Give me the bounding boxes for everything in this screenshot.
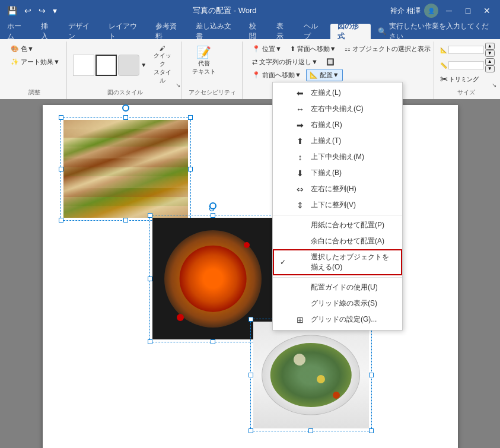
size-controls: 📐 ▲ ▼ 📏 ▲ ▼ ✂ トリミング	[440, 43, 495, 87]
handle-salad-tl[interactable]	[249, 317, 253, 322]
arrange-row2: ⇄ 文字列の折り返し▼ 🔲	[249, 56, 434, 68]
send-back-button[interactable]: ⬆ 背面へ移動▼	[286, 43, 340, 55]
text-wrap-button[interactable]: ⇄ 文字列の折り返し▼	[249, 56, 321, 68]
handle-salad-br[interactable]	[369, 428, 374, 433]
width-down-btn[interactable]: ▼	[485, 65, 495, 72]
handle-sandwich-tm[interactable]	[123, 115, 128, 120]
menu-item-distribute-h[interactable]: ⇔ 左右に整列(H)	[273, 181, 402, 197]
handle-sandwich-bl[interactable]	[59, 218, 63, 223]
handle-pizza-tl[interactable]	[148, 213, 152, 218]
rotate-handle-sandwich[interactable]	[122, 104, 129, 112]
size-corner-btn[interactable]: ↘	[492, 82, 496, 88]
select-pane-button[interactable]: ⚏ オブジェクトの選択と表示	[341, 43, 434, 55]
label-align-center-v: 上下中央揃え(M)	[311, 152, 364, 162]
rotate-handle-pizza[interactable]	[209, 202, 216, 209]
handle-salad-bl[interactable]	[249, 428, 253, 433]
height-down-btn[interactable]: ▼	[485, 50, 495, 57]
menu-item-align-selected[interactable]: ✓ 選択したオブジェクトを揃える(O)	[273, 249, 402, 275]
label-show-grid: グリッド線の表示(S)	[311, 298, 377, 309]
handle-salad-mr[interactable]	[369, 373, 374, 377]
height-up-btn[interactable]: ▲	[485, 43, 495, 50]
tab-mailings[interactable]: 差し込み文書	[189, 24, 242, 39]
menu-item-align-center-v[interactable]: ↕ 上下中央揃え(M)	[273, 149, 402, 165]
menu-item-distribute-v[interactable]: ⇕ 上下に整列(V)	[273, 197, 402, 213]
alt-text-btn[interactable]: 📝 代替テキスト	[188, 43, 220, 78]
size-width-row: 📏 ▲ ▼	[440, 58, 495, 72]
size-height-input[interactable]	[448, 46, 484, 54]
crop-icon: ✂	[440, 74, 448, 85]
menu-item-align-center-h[interactable]: ↔ 左右中央揃え(C)	[273, 101, 402, 117]
save-quick-btn[interactable]: 💾	[5, 5, 20, 17]
menu-item-align-right[interactable]: ➡ 右揃え(R)	[273, 117, 402, 133]
grid-btn[interactable]: 🔲	[323, 56, 338, 68]
icon-align-right: ➡	[294, 120, 306, 130]
tab-design[interactable]: デザイン	[61, 24, 101, 39]
bring-front-button[interactable]: 📍 前面へ移動▼	[249, 69, 305, 81]
maximize-button[interactable]: □	[460, 4, 476, 17]
menu-item-align-left[interactable]: ⬅ 左揃え(L)	[273, 85, 402, 101]
avatar[interactable]: 👤	[424, 4, 438, 18]
handle-sandwich-mr[interactable]	[188, 167, 193, 171]
tab-view[interactable]: 表示	[269, 24, 297, 39]
menu-item-align-page[interactable]: 用紙に合わせて配置(P)	[273, 217, 402, 233]
customize-quick-btn[interactable]: ▾	[50, 5, 59, 17]
color-button[interactable]: 🎨 色▼	[7, 43, 37, 55]
minimize-button[interactable]: ─	[441, 4, 457, 17]
quick-style-btn[interactable]: 🖌 クイックスタイル	[148, 43, 177, 87]
menu-item-snap-guide[interactable]: 配置ガイドの使用(U)	[273, 279, 402, 296]
text-wrap-icon: ⇄	[252, 58, 257, 66]
handle-pizza-bl[interactable]	[148, 339, 152, 344]
style-preset-1[interactable]	[73, 55, 94, 76]
alt-text-icon: 📝	[196, 45, 211, 59]
tab-search[interactable]: 🔍 実行したい作業を入力してください	[371, 24, 500, 39]
position-button[interactable]: 📍 位置▼	[249, 43, 285, 55]
close-button[interactable]: ✕	[479, 4, 495, 17]
style-corner-btn[interactable]: ↘	[176, 82, 180, 88]
quick-style-label: クイックスタイル	[152, 52, 173, 85]
style-preset-3[interactable]	[118, 55, 139, 76]
handle-salad-bm[interactable]	[308, 428, 313, 433]
handle-sandwich-tr[interactable]	[188, 115, 193, 120]
handle-sandwich-tl[interactable]	[59, 115, 63, 120]
send-back-label: 背面へ移動▼	[297, 45, 336, 53]
undo-quick-btn[interactable]: ↩	[22, 5, 34, 17]
tab-review[interactable]: 校閲	[242, 24, 269, 39]
size-width-input[interactable]	[448, 61, 484, 69]
handle-pizza-bm[interactable]	[211, 339, 215, 344]
image-container-salad[interactable]: ↻	[250, 319, 372, 431]
align-button[interactable]: 📐 配置▼	[306, 69, 343, 81]
size-height-row: 📐 ▲ ▼	[440, 43, 495, 57]
select-pane-label: オブジェクトの選択と表示	[352, 45, 431, 53]
art-effect-button[interactable]: ✨ アート効果▼	[7, 56, 63, 68]
style-preset-2[interactable]	[95, 55, 117, 76]
tab-picture-format[interactable]: 図の形式	[330, 24, 371, 39]
selection-sandwich	[60, 117, 191, 221]
menu-item-align-margin[interactable]: 余白に合わせて配置(A)	[273, 233, 402, 249]
tab-help[interactable]: ヘルプ	[297, 24, 330, 39]
menu-item-align-top[interactable]: ⬆ 上揃え(T)	[273, 133, 402, 149]
menu-item-show-grid[interactable]: グリッド線の表示(S)	[273, 296, 402, 312]
image-container-sandwich[interactable]	[60, 117, 191, 221]
handle-sandwich-ml[interactable]	[59, 167, 63, 171]
handle-pizza-ml[interactable]	[148, 277, 152, 281]
ribbon-tab-bar: ホーム 挿入 デザイン レイアウト 参考資料 差し込み文書 校閲 表示 ヘルプ …	[0, 21, 500, 39]
tab-insert[interactable]: 挿入	[34, 24, 61, 39]
select-pane-icon: ⚏	[345, 45, 351, 53]
menu-item-grid-settings[interactable]: ⊞ グリッドの設定(G)...	[273, 312, 402, 328]
width-up-btn[interactable]: ▲	[485, 58, 495, 65]
tab-references[interactable]: 参考資料	[148, 24, 189, 39]
tab-home[interactable]: ホーム	[0, 24, 34, 39]
salad-image	[253, 322, 369, 428]
label-align-center-h: 左右中央揃え(C)	[311, 104, 364, 114]
menu-item-align-bottom[interactable]: ⬇ 下揃え(B)	[273, 165, 402, 181]
title-bar-center: 写真の配置 - Word	[59, 5, 390, 16]
tab-layout[interactable]: レイアウト	[101, 24, 148, 39]
redo-quick-btn[interactable]: ↪	[36, 5, 48, 17]
title-bar-right: 裕介 相澤 👤 ─ □ ✕	[390, 4, 495, 18]
arrange-row3: 📍 前面へ移動▼ 📐 配置▼	[249, 69, 434, 81]
handle-salad-ml[interactable]	[249, 373, 253, 377]
bring-front-icon: 📍	[252, 71, 260, 79]
handle-pizza-tm[interactable]	[211, 213, 215, 218]
handle-sandwich-bm[interactable]	[123, 218, 128, 223]
style-more-btn[interactable]: ▼	[141, 62, 147, 68]
